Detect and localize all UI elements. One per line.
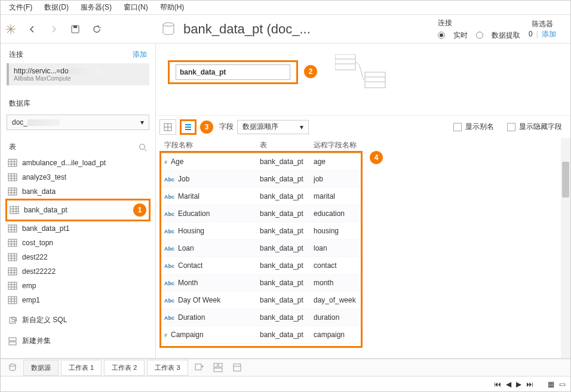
field-row[interactable]: #Campaignbank_data_ptcampaign [159, 326, 363, 344]
field-row[interactable]: AbcMaritalbank_data_ptmarital [159, 188, 363, 205]
view-grid-icon[interactable]: ▦ [548, 380, 554, 388]
type-icon: Abc [164, 315, 174, 321]
nav-first-icon[interactable]: ⏮ [494, 380, 501, 388]
database-select[interactable]: doc_ ▾ [7, 115, 149, 130]
table-item[interactable]: emp1 [5, 293, 151, 307]
sidebar: 连接 添加 http://servic...=do Alibaba MaxCom… [1, 44, 156, 358]
svg-rect-54 [8, 297, 17, 304]
table-item[interactable]: dest222 [5, 250, 151, 264]
svg-rect-44 [8, 268, 17, 275]
sort-select[interactable]: 数据源顺序▾ [237, 120, 309, 134]
field-row[interactable]: AbcContactbank_data_ptcontact [159, 257, 363, 274]
svg-rect-19 [8, 188, 17, 195]
menu-window[interactable]: 窗口(N) [118, 1, 154, 14]
scrollbar[interactable] [561, 138, 570, 358]
type-icon: Abc [164, 229, 174, 234]
show-hidden-checkbox[interactable] [507, 123, 515, 131]
save-icon[interactable] [70, 24, 81, 35]
table-icon [8, 173, 17, 181]
new-dashboard-icon[interactable] [210, 360, 226, 375]
field-table: bank_data_pt [255, 257, 309, 274]
svg-rect-9 [8, 159, 17, 166]
field-row[interactable]: AbcDay Of Weekbank_data_ptday_of_week [159, 292, 363, 309]
field-label: 字段 [219, 122, 234, 132]
menu-file[interactable]: 文件(F) [3, 1, 38, 14]
search-icon[interactable] [139, 143, 147, 152]
field-table: bank_data_pt [255, 205, 309, 223]
add-connection-link[interactable]: 添加 [133, 50, 147, 60]
radio-extract[interactable] [476, 32, 483, 39]
field-row[interactable]: AbcEducationbank_data_pteducation [159, 205, 363, 223]
tab-ws1[interactable]: 工作表 1 [61, 360, 102, 376]
back-icon[interactable] [27, 24, 38, 35]
show-alias-checkbox[interactable] [453, 123, 462, 131]
field-table: bank_data_pt [255, 309, 309, 326]
table-icon [8, 239, 17, 247]
sheet-tabs: 数据源 工作表 1 工作表 2 工作表 3 [1, 358, 570, 376]
menubar: 文件(F) 数据(D) 服务器(S) 窗口(N) 帮助(H) [1, 1, 570, 15]
table-name: bank_data [22, 187, 56, 196]
table-item[interactable]: bank_data_pt1 [5, 199, 151, 221]
field-row[interactable]: #Agebank_data_ptage [159, 153, 363, 171]
field-row[interactable]: AbcMonthbank_data_ptmonth [159, 274, 363, 292]
refresh-icon[interactable] [91, 24, 102, 35]
custom-sql-icon: SQL [8, 316, 17, 325]
field-remote: marital [309, 188, 363, 205]
datasource-tab-icon[interactable] [4, 360, 21, 375]
new-worksheet-icon[interactable] [191, 360, 207, 375]
tab-ws2[interactable]: 工作表 2 [104, 360, 145, 376]
tableau-logo-icon [5, 24, 16, 35]
nav-prev-icon[interactable]: ◀ [506, 380, 511, 388]
field-row[interactable]: AbcHousingbank_data_pthousing [159, 223, 363, 240]
type-icon: Abc [164, 263, 174, 269]
col-table[interactable]: 表 [255, 138, 309, 153]
database-label: 数据库 [9, 98, 30, 109]
new-union[interactable]: 新建并集 [5, 333, 151, 349]
list-view-button[interactable] [180, 119, 197, 135]
svg-point-7 [140, 144, 145, 149]
nav-next-icon[interactable]: ▶ [516, 380, 521, 388]
radio-live[interactable] [438, 32, 445, 39]
menu-server[interactable]: 服务器(S) [75, 1, 118, 14]
col-remote[interactable]: 远程字段名称 [309, 138, 363, 153]
table-item[interactable]: analyze3_test [5, 170, 151, 184]
chevron-down-icon: ▾ [140, 118, 144, 126]
grid-view-button[interactable] [159, 119, 176, 135]
tab-ws3[interactable]: 工作表 3 [147, 360, 188, 376]
table-item[interactable]: bank_data_pt1 [5, 221, 151, 236]
tab-datasource[interactable]: 数据源 [23, 360, 59, 376]
field-remote: loan [309, 240, 363, 257]
filter-label: 筛选器 [521, 19, 563, 29]
svg-rect-29 [8, 225, 17, 232]
radio-extract-label: 数据提取 [492, 30, 520, 41]
menu-help[interactable]: 帮助(H) [154, 1, 191, 14]
svg-line-8 [145, 149, 146, 151]
field-remote: age [309, 153, 363, 171]
callout-3: 3 [200, 121, 213, 134]
table-name: emp1 [22, 296, 40, 304]
svg-point-75 [10, 364, 16, 366]
table-item[interactable]: ambulance_d...ile_load_pt [5, 156, 151, 170]
add-filter-link[interactable]: 添加 [542, 29, 556, 39]
table-item[interactable]: bank_data [5, 184, 151, 199]
field-remote: month [309, 274, 363, 292]
view-presentation-icon[interactable]: ▭ [559, 380, 566, 388]
table-item[interactable]: emp [5, 279, 151, 293]
field-name: Age [171, 158, 183, 166]
field-row[interactable]: AbcLoanbank_data_ptloan [159, 240, 363, 257]
table-item[interactable]: cost_topn [5, 236, 151, 250]
table-item[interactable]: dest22222 [5, 264, 151, 279]
col-field-name[interactable]: 字段名称 [159, 138, 255, 153]
custom-sql[interactable]: SQL新自定义 SQL [5, 312, 151, 328]
connection-card[interactable]: http://servic...=do Alibaba MaxCompute [7, 63, 149, 85]
radio-live-label: 实时 [453, 30, 468, 41]
menu-data[interactable]: 数据(D) [38, 1, 75, 14]
field-row[interactable]: AbcDurationbank_data_ptduration [159, 309, 363, 326]
nav-last-icon[interactable]: ⏭ [526, 380, 533, 388]
join-canvas[interactable]: bank_data_pt 2 [156, 44, 570, 115]
type-icon: # [164, 332, 167, 338]
dropped-table[interactable]: bank_data_pt [168, 60, 298, 84]
connections-label: 连接 [9, 50, 23, 60]
field-row[interactable]: AbcJobbank_data_ptjob [159, 171, 363, 188]
new-story-icon[interactable] [229, 360, 245, 375]
